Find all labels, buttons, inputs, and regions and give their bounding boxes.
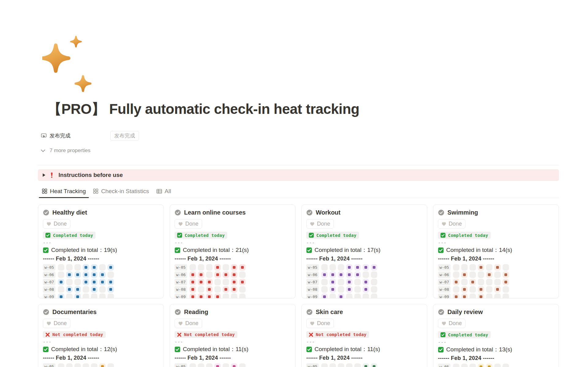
instructions-callout[interactable]: Instructions before use [38,169,559,181]
heatmap-cell-empty [239,294,246,298]
cross-mark-emoji [177,332,182,337]
separator-text: --- [438,240,554,245]
heatmap-cell-dot [455,295,458,298]
heatmap-week-row: w-05 [306,363,422,367]
heatmap-cell-filled [453,294,459,298]
heatmap-cell-dot [480,266,482,269]
check-mark-emoji [43,346,49,352]
tab-check-in-statistics[interactable]: Check-in Statistics [93,185,149,198]
heatmap-cell-empty [66,294,73,298]
heatmap-cell-dot [93,273,96,276]
gallery-grid-icon [93,189,98,194]
heatmap-cell-filled [346,264,352,271]
heatmap-cell-filled [371,363,377,367]
toggle-triangle-icon[interactable] [42,173,46,177]
heatmap-cell-empty [371,272,377,278]
done-tag-label: Done [54,320,67,327]
heatmap-cell-filled [206,279,213,285]
heatmap-cell-empty [486,279,492,285]
date-header: ------ Feb 1, 2024 ------ [438,256,554,262]
habit-card[interactable]: Swimming Done Completed today --- Comp [433,204,559,298]
habit-card[interactable]: Workout Done Completed today --- Compl [301,204,427,298]
habit-card[interactable]: Daily review Done Completed today --- [433,304,559,367]
card-title: Documentaries [52,309,97,316]
habit-card[interactable]: Documentaries Done Not completed today -… [38,304,164,367]
sparkles-page-icon[interactable] [42,34,97,95]
done-tag-label: Done [317,221,330,227]
heatmap-grid: w-05w-06w-07w-08w-09 [175,264,291,298]
heatmap-cell-empty [58,363,64,367]
heatmap-cell-filled [469,279,476,285]
property-name[interactable]: 发布完成 [41,132,110,139]
week-label: w-05 [306,264,319,271]
heatmap-cell-dot [241,281,244,283]
heatmap-cell-filled [330,286,336,293]
heatmap-cell-filled [461,272,468,278]
separator-text: --- [43,240,159,245]
heatmap-cell-filled [107,279,114,285]
heatmap-week-row: w-05 [438,364,554,367]
more-properties-label: 7 more properties [50,148,90,154]
property-value-tag[interactable]: 发布完成 [110,131,139,140]
date-header: ------ Feb 1, 2024 ------ [306,256,422,262]
habit-card[interactable]: Reading Done Not completed today --- C [170,304,296,367]
heatmap-cell-dot [233,288,236,291]
heatmap-cell-empty [503,294,509,298]
heatmap-cell-dot [480,295,482,298]
more-properties-toggle[interactable]: 7 more properties [41,147,90,154]
heatmap-cell-dot [323,295,326,298]
heatmap-cell-empty [231,294,237,298]
heatmap-cell-empty [494,294,501,298]
card-title: Swimming [447,209,478,216]
heatmap-cell-empty [371,279,377,285]
heatmap-week-row: w-09 [43,294,159,298]
heatmap-cell-dot [68,288,71,291]
heatmap-cell-dot [93,266,96,269]
tab-all[interactable]: All [156,185,171,198]
heatmap-cell-dot [373,266,375,269]
heatmap-cell-dot [455,281,458,283]
status-badge: Completed today [438,331,491,338]
heatmap-cell-filled [74,286,81,293]
total-label: Completed in total：19(s) [51,246,117,254]
button-click-icon [41,133,47,139]
done-tag: Done [306,219,334,229]
week-label: w-05 [175,264,187,271]
cards-grid: Healthy diet Done Completed today --- [38,204,559,367]
heatmap-cell-filled [371,264,377,271]
heatmap-cell-dot [348,281,351,283]
habit-card[interactable]: Learn online courses Done Completed toda… [170,204,296,298]
heatmap-cell-empty [461,279,468,285]
heatmap-cell-filled [190,286,196,293]
heatmap-cell-dot [109,288,112,291]
heatmap-cell-filled [503,279,509,285]
heatmap-cell-empty [338,286,344,293]
total-line: Completed in total：12(s) [43,345,159,353]
heatmap-cell-dot [323,273,326,276]
heatmap-cell-empty [66,279,73,285]
heatmap-cell-filled [214,272,221,278]
heatmap-cell-filled [330,279,336,285]
heatmap-cell-empty [74,363,81,367]
week-label: w-09 [438,294,450,298]
check-mark-emoji [177,233,182,238]
heatmap-cell-empty [330,294,336,298]
heatmap-cell-empty [198,286,204,293]
page-title[interactable]: 【PRO】 Fully automatic check-in heat trac… [47,0,559,119]
heatmap-cell-dot [216,295,219,298]
heatmap-week-row: w-07 [306,279,422,285]
heatmap-cell-dot [496,288,499,291]
status-badge: Completed today [306,232,359,239]
heatmap-cell-dot [200,295,202,298]
heatmap-cell-empty [239,286,246,293]
habit-card[interactable]: Healthy diet Done Completed today --- [38,204,164,298]
heatmap-cell-filled [198,279,204,285]
check-mark-emoji [306,247,312,253]
tab-heat-tracking[interactable]: Heat Tracking [42,185,86,198]
heatmap-cell-filled [206,286,213,293]
card-title: Learn online courses [184,209,246,216]
cross-mark-emoji [309,332,313,337]
heatmap-week-row: w-06 [438,272,554,278]
habit-card[interactable]: Skin care Done Not completed today --- [301,304,427,367]
heatmap-cell-empty [66,264,73,271]
